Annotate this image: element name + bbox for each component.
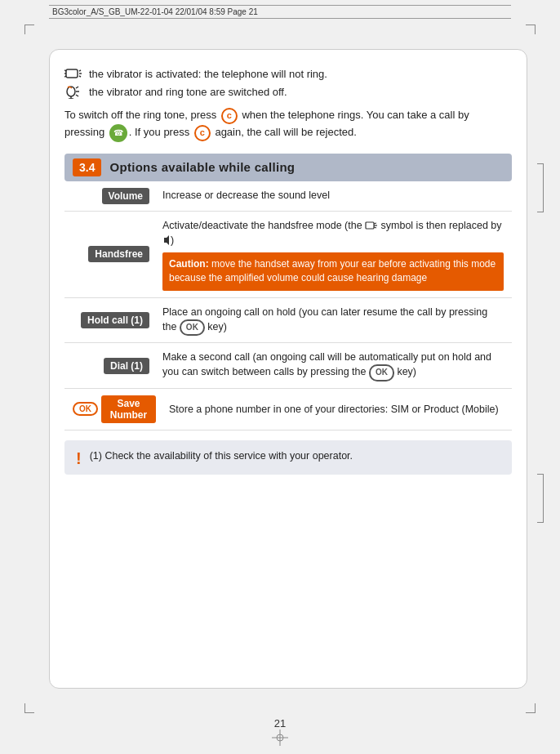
section-header: 3.4 Options available while calling: [64, 154, 512, 181]
caution-box: Caution: move the handset away from your…: [162, 252, 504, 291]
hold-label: Hold call (1): [81, 312, 149, 328]
ok-badge-save: OK: [73, 402, 98, 416]
note-section: ! (1) Check the availability of this ser…: [64, 440, 512, 475]
handsfree-label-col: Handsfree: [64, 212, 154, 297]
intro-paragraph: To switch off the ring tone, press c whe…: [64, 107, 512, 142]
vibrator-text-2: the vibrator and ring tone are switched …: [89, 86, 287, 98]
volume-desc: Increase or decrease the sound level: [154, 181, 512, 211]
hold-label-col: Hold call (1): [64, 298, 154, 343]
handsfree-desc-text: Activate/deactivate the handsfree mode (…: [162, 220, 502, 246]
table-row: Volume Increase or decrease the sound le…: [64, 181, 512, 212]
vibrator-row-2: the vibrator and ring tone are switched …: [64, 84, 512, 99]
page-number: 21: [274, 717, 286, 729]
corner-br: [526, 703, 536, 713]
crosshair-bottom-icon: [272, 729, 288, 746]
page-header: BG3color_A/S_GB_UM-22-01-04 22/01/04 8:5…: [49, 5, 511, 19]
svg-rect-0: [66, 69, 78, 78]
save-number-desc-col: Store a phone number in one of your dire…: [161, 395, 512, 423]
svg-line-3: [79, 76, 81, 77]
save-number-desc-text: Store a phone number in one of your dire…: [169, 404, 499, 415]
dial-label: Dial (1): [104, 358, 149, 374]
dial-desc-text: Make a second call (an ongoing call will…: [162, 351, 491, 377]
vibrator-text-1: the vibrator is activated: the telephone…: [89, 68, 327, 80]
svg-line-12: [76, 95, 78, 96]
hold-desc-col: Place an ongoing call on hold (you can l…: [154, 298, 512, 343]
svg-marker-19: [164, 235, 169, 245]
table-row: Hold call (1) Place an ongoing call on h…: [64, 298, 512, 344]
corner-bl: [24, 703, 34, 713]
dial-label-col: Dial (1): [64, 343, 154, 388]
vibrator-row-1: the vibrator is activated: the telephone…: [64, 66, 512, 81]
handsfree-label: Handsfree: [88, 246, 149, 262]
dial-desc-col: Make a second call (an ongoing call will…: [154, 343, 512, 388]
volume-label-col: Volume: [64, 181, 154, 211]
svg-rect-15: [366, 222, 374, 229]
svg-line-14: [68, 87, 69, 87]
intro-section: the vibrator is activated: the telephone…: [64, 66, 512, 142]
side-bracket-top: [537, 163, 544, 212]
btn-green: ☎: [109, 124, 127, 142]
ok-badge-hold: OK: [180, 319, 205, 337]
vibrator-icon-1: [64, 66, 82, 81]
caution-text: move the handset away from your ear befo…: [169, 258, 496, 283]
options-table: Volume Increase or decrease the sound le…: [64, 181, 512, 431]
svg-line-6: [64, 76, 66, 77]
header-text: BG3color_A/S_GB_UM-22-01-04 22/01/04 8:5…: [52, 7, 258, 16]
section-title: Options available while calling: [109, 160, 295, 174]
volume-desc-text: Increase or decrease the sound level: [162, 190, 330, 201]
btn-c-1: c: [221, 108, 238, 124]
corner-tl: [24, 25, 34, 34]
save-number-row: OK Save Number Store a phone number in o…: [64, 389, 512, 431]
ok-badge-dial: OK: [369, 364, 394, 381]
speaker-icon: [162, 234, 171, 246]
vibrator-icon-2: [64, 84, 82, 99]
note-text: (1) Check the availability of this servi…: [90, 448, 353, 464]
section-number: 3.4: [73, 158, 101, 176]
svg-line-10: [76, 87, 78, 88]
handsfree-desc-col: Activate/deactivate the handsfree mode (…: [154, 212, 512, 297]
btn-c-2: c: [194, 125, 211, 141]
handsfree-symbol-icon: [365, 220, 378, 231]
hold-desc-text: Place an ongoing call on hold (you can l…: [162, 306, 487, 332]
svg-line-1: [79, 70, 81, 71]
side-bracket-bottom: [537, 474, 544, 523]
caution-label: Caution:: [169, 258, 211, 270]
table-row: Handsfree Activate/deactivate the handsf…: [64, 212, 512, 298]
exclaim-icon: !: [76, 450, 82, 466]
main-card: the vibrator is activated: the telephone…: [49, 49, 527, 689]
corner-tr: [526, 25, 536, 34]
volume-label: Volume: [102, 188, 149, 204]
table-row: Dial (1) Make a second call (an ongoing …: [64, 343, 512, 389]
save-number-left: OK Save Number: [64, 389, 161, 430]
svg-line-4: [64, 70, 66, 71]
save-number-label: Save Number: [101, 395, 156, 423]
